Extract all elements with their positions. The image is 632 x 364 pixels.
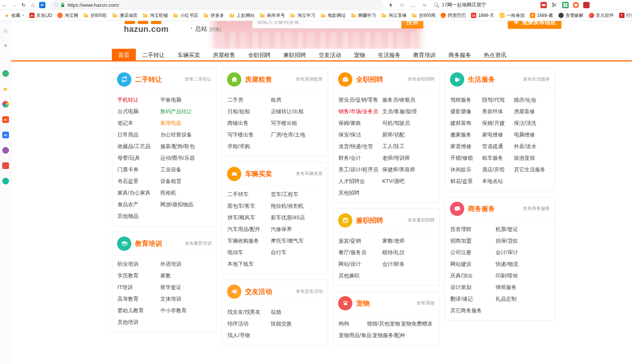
category-link[interactable]: 家电维修 [482, 131, 514, 138]
category-link[interactable]: 宠物免费赠送 [401, 320, 432, 327]
bookmark-item[interactable]: 电影网址 [318, 12, 348, 19]
orange-extension-icon[interactable] [573, 2, 579, 8]
category-link[interactable]: 运动/图书/乐器 [160, 154, 211, 161]
nav-tab-8[interactable]: 宠物 [348, 49, 372, 60]
category-link[interactable]: 翻译/速记 [450, 295, 496, 302]
nav-tab-3[interactable]: 车辆买卖 [171, 49, 206, 60]
purple-app-icon[interactable] [2, 147, 9, 154]
category-link[interactable]: 印刷/喷绘 [496, 272, 549, 279]
ai-orange-app-icon[interactable] [2, 116, 9, 123]
category-link[interactable]: 宠物用品/食品 [339, 332, 372, 339]
category-link[interactable]: 房屋装修 [514, 108, 549, 115]
category-link[interactable]: 摩托车/燃气车 [271, 237, 322, 244]
nav-tab-1[interactable]: 首页 [112, 49, 136, 60]
red-app-icon[interactable] [2, 162, 9, 169]
category-link[interactable]: 面包车/客车 [227, 202, 271, 209]
category-link[interactable]: 机票/签证 [496, 226, 549, 232]
publish-link[interactable]: 发布教育培训 [185, 240, 212, 247]
more-menu-icon[interactable]: … [409, 1, 417, 9]
category-link[interactable]: 留学签证 [160, 284, 211, 291]
bookmark-item[interactable]: 行业 [617, 12, 632, 19]
nav-tab-2[interactable]: 二手转让 [136, 49, 171, 60]
category-link[interactable]: 二手轿车 [227, 191, 271, 198]
bookmark-item[interactable]: 阿里巴巴 [438, 12, 468, 19]
category-link[interactable]: 店铺转让/出租 [271, 108, 322, 115]
bookmark-item[interactable]: 小红书店 [170, 12, 201, 19]
category-link[interactable]: 保健师/美容师 [382, 166, 434, 173]
category-link[interactable]: 找人/寻物 [227, 332, 271, 339]
category-link[interactable]: 写字楼出售 [227, 131, 271, 138]
ai-blue-app-icon[interactable] [2, 132, 9, 138]
category-link[interactable]: 汽车用品/配件 [227, 226, 271, 232]
category-link[interactable]: IT培训 [117, 284, 160, 291]
category-link[interactable]: 派发/促销 [339, 237, 382, 244]
category-link[interactable]: 本地下线车 [227, 261, 271, 267]
bookmark-item[interactable]: 1688-素 [527, 12, 556, 19]
category-link[interactable]: 管道疏通 [482, 143, 514, 150]
category-link[interactable]: 求租/求购 [227, 143, 271, 150]
category-link[interactable]: 销售/市场/业务员 [339, 108, 382, 115]
nav-tab-7[interactable]: 交友活动 [312, 49, 348, 60]
bookmark-item[interactable]: 淘宝直播 [379, 12, 409, 19]
category-link[interactable]: 工业设备 [160, 166, 211, 173]
category-link[interactable]: 模特/礼仪 [382, 249, 434, 256]
green-app-icon[interactable] [2, 70, 9, 77]
category-link[interactable]: 门票卡券 [117, 166, 160, 173]
category-link[interactable]: 家具/办公家具 [117, 189, 160, 196]
category-link[interactable]: 搬家服务 [450, 131, 482, 138]
category-link[interactable]: 网站建设 [450, 261, 496, 267]
nav-tab-4[interactable]: 房屋租售 [206, 49, 242, 60]
category-link[interactable]: 会计/财务 [382, 261, 434, 267]
home-button[interactable]: ⌂ [28, 0, 38, 10]
bookmark-item[interactable]: 吾爱破解 [556, 12, 586, 19]
publish-link[interactable]: 发布宠物 [417, 300, 435, 306]
category-link[interactable]: 征婚 [271, 309, 322, 315]
publish-link[interactable]: 发布车辆买卖 [296, 171, 323, 177]
category-link[interactable]: 写字楼出租 [271, 120, 322, 126]
add-icon[interactable] [2, 42, 9, 49]
bookmark-item[interactable]: 京东(JD [27, 12, 55, 19]
publish-link[interactable]: 发布生活服务 [523, 76, 550, 82]
category-link[interactable]: 其他物品 [117, 213, 160, 219]
category-link[interactable]: 租车服务 [482, 154, 514, 161]
scissors-icon[interactable] [551, 1, 558, 9]
bookmark-item[interactable]: 非凡软件 [586, 12, 617, 19]
bookmark-item[interactable]: 折800商 [409, 12, 438, 19]
category-link[interactable]: 找女友/找男友 [227, 309, 271, 315]
bookmark-item[interactable]: 上款网站 [227, 12, 257, 19]
category-link[interactable]: 鲜花/盆景 [450, 178, 482, 184]
category-link[interactable]: 送货/快递/仓管 [339, 143, 382, 150]
publish-link[interactable]: 发布交友活动 [296, 288, 323, 295]
category-link[interactable]: 本地名站 [482, 178, 514, 184]
edge-extension-icon[interactable] [583, 2, 590, 8]
publish-link[interactable]: 发布全职招聘 [408, 76, 435, 82]
category-link[interactable]: 文体培训 [160, 295, 211, 302]
category-link[interactable]: 狗狗 [339, 320, 349, 327]
category-link[interactable]: 营业员/促销/零售 [339, 96, 382, 103]
category-link[interactable]: 日常用品 [117, 131, 160, 138]
category-link[interactable]: 财务/会计 [339, 154, 382, 161]
category-link[interactable]: 保姆/家政 [339, 120, 382, 126]
ai-logo-icon[interactable]: AI [39, 2, 45, 8]
lightning-icon[interactable] [387, 1, 394, 9]
site-search-button[interactable]: 搜索 [402, 21, 423, 28]
bookmark-item[interactable]: 网赚学习 [348, 12, 379, 19]
category-link[interactable]: 台式电脑 [117, 108, 160, 115]
category-link[interactable]: 拖拉机/收割机 [271, 202, 322, 209]
category-link[interactable]: 休闲娱乐 [450, 166, 482, 173]
category-link[interactable]: 平板电脑 [160, 96, 211, 103]
nav-tab-9[interactable]: 生活服务 [372, 49, 407, 60]
category-link[interactable]: 网站/设计 [339, 261, 382, 267]
site-logo[interactable]: hazun.com [124, 21, 169, 34]
station-switch-link[interactable]: [切换] [209, 26, 221, 33]
category-link[interactable]: 招商加盟 [450, 237, 496, 244]
page-info-icon[interactable] [54, 3, 58, 7]
category-link[interactable]: 外卖/送水 [514, 143, 549, 150]
category-link[interactable]: 其它商务服务 [450, 307, 496, 314]
category-link[interactable]: 老师/培训师 [382, 154, 434, 161]
category-link[interactable]: 工人/技工 [382, 143, 434, 150]
publish-link[interactable]: 发布房屋租售 [296, 76, 323, 82]
category-link[interactable]: 猫猫/其他宠物 [367, 320, 400, 327]
category-link[interactable]: 厂房/仓库/土地 [271, 131, 322, 138]
back-button[interactable]: ← [0, 0, 9, 10]
